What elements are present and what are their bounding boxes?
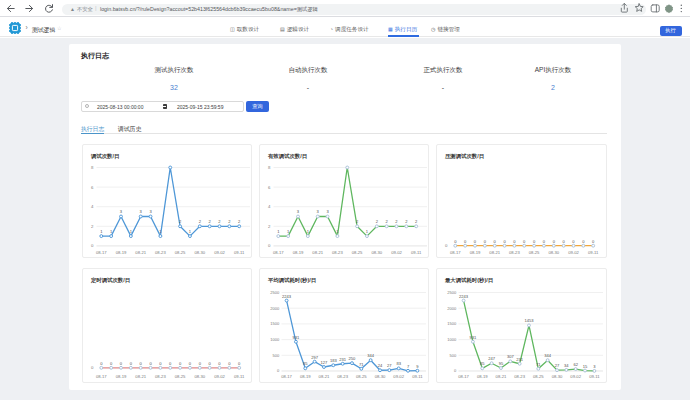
svg-text:0: 0 <box>464 238 467 243</box>
svg-text:2: 2 <box>228 219 231 224</box>
svg-text:09-02: 09-02 <box>391 250 402 255</box>
svg-text:09-02: 09-02 <box>214 374 225 379</box>
svg-text:344: 344 <box>367 353 375 358</box>
svg-text:7: 7 <box>407 364 410 369</box>
svg-text:08-30: 08-30 <box>194 374 205 379</box>
svg-text:1: 1 <box>277 229 280 234</box>
svg-text:24: 24 <box>378 363 383 368</box>
svg-text:0: 0 <box>445 243 448 248</box>
svg-text:2: 2 <box>218 219 221 224</box>
svg-text:500: 500 <box>450 353 457 358</box>
svg-text:6: 6 <box>268 184 271 189</box>
svg-text:08-17: 08-17 <box>450 250 461 255</box>
svg-text:71: 71 <box>359 362 364 367</box>
svg-text:3: 3 <box>120 209 123 214</box>
svg-text:0: 0 <box>208 361 211 366</box>
svg-text:95: 95 <box>499 361 504 366</box>
svg-text:08-21: 08-21 <box>490 250 501 255</box>
svg-text:0: 0 <box>474 238 477 243</box>
svg-text:1000: 1000 <box>270 337 280 342</box>
svg-text:2: 2 <box>376 219 379 224</box>
svg-text:3: 3 <box>317 209 320 214</box>
svg-text:2000: 2000 <box>448 306 458 311</box>
svg-text:08-30: 08-30 <box>549 250 560 255</box>
svg-text:08-30: 08-30 <box>372 250 383 255</box>
svg-text:2: 2 <box>238 219 241 224</box>
svg-text:3: 3 <box>594 364 597 369</box>
svg-text:08-25: 08-25 <box>352 250 363 255</box>
svg-text:08-19: 08-19 <box>300 374 311 379</box>
svg-text:0: 0 <box>189 361 192 366</box>
svg-text:08-17: 08-17 <box>96 250 107 255</box>
svg-text:09-11: 09-11 <box>412 374 423 379</box>
svg-text:平均调试耗时(秒)/日: 平均调试耗时(秒)/日 <box>267 277 316 284</box>
svg-text:08-23: 08-23 <box>155 374 166 379</box>
svg-text:0: 0 <box>268 243 271 248</box>
svg-text:297: 297 <box>311 355 319 360</box>
svg-text:09-11: 09-11 <box>590 374 601 379</box>
svg-text:08-19: 08-19 <box>477 374 488 379</box>
svg-text:08-23: 08-23 <box>155 250 166 255</box>
svg-text:08-23: 08-23 <box>515 374 526 379</box>
svg-text:2500: 2500 <box>448 290 458 295</box>
svg-text:231: 231 <box>517 357 525 362</box>
svg-text:08-25: 08-25 <box>175 374 186 379</box>
svg-text:3: 3 <box>139 209 142 214</box>
svg-text:0: 0 <box>494 238 497 243</box>
svg-text:931: 931 <box>293 335 301 340</box>
svg-text:0: 0 <box>91 243 94 248</box>
svg-text:08-17: 08-17 <box>281 374 292 379</box>
svg-text:08-23: 08-23 <box>509 250 520 255</box>
svg-text:0: 0 <box>484 238 487 243</box>
svg-text:08-25: 08-25 <box>356 374 367 379</box>
svg-text:2: 2 <box>386 219 389 224</box>
svg-text:1500: 1500 <box>270 321 280 326</box>
svg-text:1: 1 <box>366 229 369 234</box>
svg-text:有效调试次数/日: 有效调试次数/日 <box>267 153 307 160</box>
svg-text:0: 0 <box>100 361 103 366</box>
svg-text:0: 0 <box>533 238 536 243</box>
svg-text:0: 0 <box>169 361 172 366</box>
svg-text:08-19: 08-19 <box>293 250 304 255</box>
svg-text:344: 344 <box>545 353 553 358</box>
svg-text:15: 15 <box>583 364 588 369</box>
svg-text:1500: 1500 <box>448 321 458 326</box>
svg-text:3: 3 <box>149 209 152 214</box>
svg-text:2: 2 <box>415 219 418 224</box>
svg-text:83: 83 <box>396 361 401 366</box>
svg-text:0: 0 <box>563 238 566 243</box>
svg-text:08-30: 08-30 <box>375 374 386 379</box>
svg-text:307: 307 <box>507 354 515 359</box>
svg-text:08-19: 08-19 <box>470 250 481 255</box>
svg-text:08-21: 08-21 <box>319 374 330 379</box>
svg-text:2: 2 <box>198 219 201 224</box>
svg-text:08-30: 08-30 <box>552 374 563 379</box>
svg-text:08-25: 08-25 <box>533 374 544 379</box>
svg-text:0: 0 <box>198 361 201 366</box>
svg-text:2: 2 <box>268 223 271 228</box>
svg-text:08-17: 08-17 <box>96 374 107 379</box>
svg-text:08-23: 08-23 <box>337 374 348 379</box>
svg-text:27: 27 <box>555 363 560 368</box>
svg-text:8: 8 <box>268 165 271 170</box>
svg-text:09-11: 09-11 <box>588 250 599 255</box>
svg-text:08-25: 08-25 <box>175 250 186 255</box>
svg-text:2000: 2000 <box>270 306 280 311</box>
svg-text:09-02: 09-02 <box>214 250 225 255</box>
svg-text:09-02: 09-02 <box>569 250 580 255</box>
svg-text:08-21: 08-21 <box>135 374 146 379</box>
svg-text:2: 2 <box>405 219 408 224</box>
svg-text:931: 931 <box>470 335 478 340</box>
svg-text:0: 0 <box>159 361 162 366</box>
svg-text:247: 247 <box>489 356 497 361</box>
svg-text:250: 250 <box>349 356 357 361</box>
svg-text:0: 0 <box>277 368 280 373</box>
svg-text:0: 0 <box>179 361 182 366</box>
svg-text:34: 34 <box>564 363 569 368</box>
svg-text:0: 0 <box>454 368 457 373</box>
svg-text:3: 3 <box>327 209 330 214</box>
svg-text:0: 0 <box>543 238 546 243</box>
svg-text:08-23: 08-23 <box>332 250 343 255</box>
svg-text:85: 85 <box>303 361 308 366</box>
svg-text:0: 0 <box>130 361 133 366</box>
